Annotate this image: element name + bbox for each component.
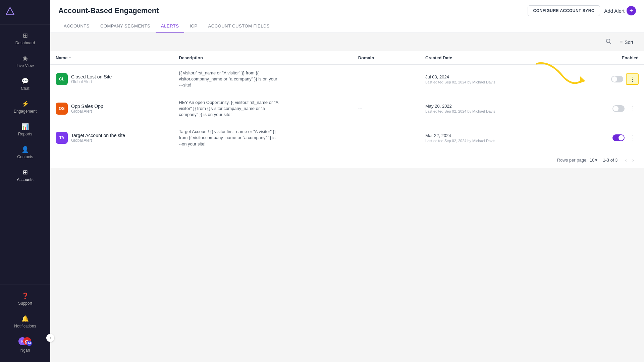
page-title: Account-Based Engagement	[58, 6, 159, 15]
sidebar-logo[interactable]	[0, 0, 50, 24]
tab-icp[interactable]: ICP	[184, 20, 203, 33]
table-row: CL Closed Lost on Site Global Alert {{ v…	[50, 65, 644, 94]
alert-domain: ---	[358, 106, 363, 111]
add-alert-button[interactable]: Add Alert +	[604, 6, 636, 15]
table-toolbar: ≡ Sort	[50, 33, 644, 51]
created-date: Mar 22, 2024	[425, 133, 572, 138]
actions-cell: ⋮	[582, 104, 639, 114]
tab-accounts[interactable]: ACCOUNTS	[58, 20, 95, 33]
tab-company-segments[interactable]: COMPANY SEGMENTS	[95, 20, 156, 33]
sidebar-item-chat[interactable]: 💬 Chat	[0, 73, 50, 96]
add-icon: +	[627, 6, 636, 15]
alert-name-cell: OS Opp Sales Opp Global Alert	[56, 103, 168, 115]
alert-date: Jul 03, 2024 Last edited Sep 02, 2024 by…	[425, 74, 572, 84]
bell-icon: 🔔	[21, 315, 29, 322]
header-actions: CONFIGURE ACCOUNT SYNC Add Alert +	[528, 5, 636, 16]
sidebar-item-label: Notifications	[14, 324, 36, 328]
sidebar-item-dashboard[interactable]: ⊞ Dashboard	[0, 27, 50, 50]
user-avatars: N g. 14	[18, 337, 32, 347]
search-icon	[605, 38, 611, 44]
contacts-icon: 👤	[21, 146, 29, 153]
sidebar-item-notifications[interactable]: 🔔 Notifications	[0, 310, 50, 333]
alert-name: Opp Sales Opp	[71, 104, 103, 109]
next-page-button[interactable]: ›	[630, 157, 636, 164]
previous-page-button[interactable]: ‹	[623, 157, 629, 164]
sidebar-item-engagement[interactable]: ⚡ Engagement	[0, 96, 50, 118]
sidebar-user[interactable]: N g. 14 Ngan	[0, 333, 50, 357]
sort-ascending-icon: ↑	[69, 55, 71, 60]
alert-name-info: Opp Sales Opp Global Alert	[71, 104, 103, 114]
column-header-domain: Domain	[353, 51, 420, 65]
enabled-toggle[interactable]	[611, 76, 623, 82]
user-name: Ngan	[20, 348, 30, 353]
alert-type: Global Alert	[71, 138, 125, 143]
column-header-enabled: Enabled	[577, 51, 644, 65]
alert-name: Target Account on the site	[71, 133, 125, 138]
enabled-toggle[interactable]	[612, 105, 625, 112]
grid-icon: ⊞	[23, 32, 28, 39]
alerts-table: Name ↑ Description Domain Created Date E…	[50, 51, 644, 153]
alert-name-cell: CL Closed Lost on Site Global Alert	[56, 73, 168, 85]
svg-line-1	[609, 43, 611, 44]
page-navigation: ‹ ›	[623, 157, 636, 164]
more-options-button[interactable]: ⋮	[627, 133, 639, 143]
sidebar-item-label: Support	[18, 301, 32, 306]
alert-description: {{ visitor.first_name or "A visitor" }} …	[179, 70, 279, 88]
sidebar-item-accounts[interactable]: ⊞ Accounts	[0, 164, 50, 187]
alert-name: Closed Lost on Site	[71, 74, 112, 79]
alert-name-info: Target Account on the site Global Alert	[71, 133, 125, 143]
avatar-secondary: g. 14	[23, 337, 31, 345]
alert-description: HEY An open Opportunity, {{ visitor.firs…	[179, 100, 279, 118]
sidebar-item-label: Reports	[18, 132, 32, 136]
alert-name-cell: TA Target Account on the site Global Ale…	[56, 132, 168, 144]
rows-per-page-select[interactable]: 10 ▾	[590, 158, 597, 163]
support-icon: ❓	[21, 292, 29, 300]
live-view-icon: ◉	[22, 55, 28, 62]
engagement-icon: ⚡	[21, 100, 29, 108]
alert-name-info: Closed Lost on Site Global Alert	[71, 74, 112, 84]
tab-account-custom-fields[interactable]: ACCOUNT CUSTOM FIELDS	[203, 20, 275, 33]
alert-date: Mar 22, 2024 Last edited Sep 02, 2024 by…	[425, 133, 572, 143]
rows-per-page-value: 10	[590, 158, 594, 163]
sidebar-item-label: Chat	[21, 86, 29, 91]
sidebar-item-reports[interactable]: 📊 Reports	[0, 118, 50, 141]
actions-cell: ⋮	[582, 73, 639, 85]
rows-per-page: Rows per page: 10 ▾	[557, 158, 598, 163]
chat-icon: 💬	[21, 77, 29, 85]
chevron-down-icon: ▾	[595, 158, 597, 163]
last-edited: Last edited Sep 02, 2024 by Michael Davi…	[425, 109, 572, 113]
sidebar: ⊞ Dashboard ◉ Live View 💬 Chat ⚡ Engagem…	[0, 0, 50, 362]
alert-type: Global Alert	[71, 79, 112, 84]
enabled-toggle[interactable]	[612, 134, 625, 141]
column-header-description: Description	[173, 51, 353, 65]
created-date: May 20, 2022	[425, 104, 572, 109]
tab-alerts[interactable]: ALERTS	[156, 20, 184, 33]
alert-type: Global Alert	[71, 109, 103, 114]
created-date: Jul 03, 2024	[425, 74, 572, 79]
sidebar-item-label: Dashboard	[15, 41, 35, 45]
configure-account-sync-button[interactable]: CONFIGURE ACCOUNT SYNC	[528, 5, 600, 16]
sort-label: Sort	[625, 40, 633, 45]
more-options-button[interactable]: ⋮	[626, 73, 639, 85]
actions-cell: ⋮	[582, 133, 639, 143]
sidebar-collapse-button[interactable]: ‹	[46, 334, 54, 342]
add-alert-label: Add Alert	[604, 8, 625, 14]
sidebar-item-label: Engagement	[14, 109, 37, 114]
pagination: Rows per page: 10 ▾ 1-3 of 3 ‹ ›	[50, 153, 644, 168]
sidebar-item-live-view[interactable]: ◉ Live View	[0, 50, 50, 73]
sidebar-item-contacts[interactable]: 👤 Contacts	[0, 141, 50, 164]
sidebar-item-label: Live View	[16, 63, 34, 68]
page-header: Account-Based Engagement CONFIGURE ACCOU…	[50, 0, 644, 33]
column-header-name[interactable]: Name ↑	[50, 51, 173, 65]
sidebar-item-support[interactable]: ❓ Support	[0, 288, 50, 310]
search-button[interactable]	[604, 37, 613, 47]
table-row: OS Opp Sales Opp Global Alert HEY An ope…	[50, 94, 644, 123]
sidebar-bottom: ❓ Support 🔔 Notifications N g. 14 Ngan	[0, 285, 50, 362]
table-row: TA Target Account on the site Global Ale…	[50, 123, 644, 153]
more-options-button[interactable]: ⋮	[627, 104, 639, 114]
sidebar-navigation: ⊞ Dashboard ◉ Live View 💬 Chat ⚡ Engagem…	[0, 24, 50, 285]
alert-avatar: CL	[56, 73, 68, 85]
page-info: 1-3 of 3	[603, 158, 618, 163]
sort-button[interactable]: ≡ Sort	[617, 38, 636, 47]
main-content: Account-Based Engagement CONFIGURE ACCOU…	[50, 0, 644, 362]
